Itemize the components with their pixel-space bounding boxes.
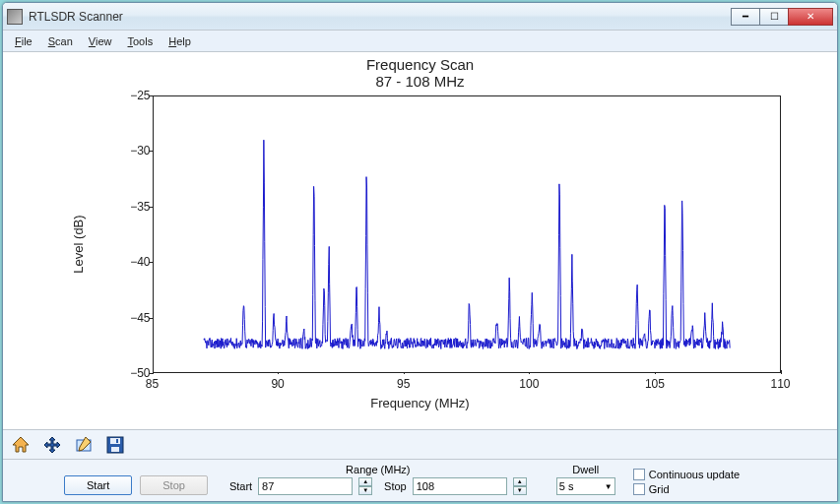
app-window: RTLSDR Scanner ━ ☐ ✕ File Scan View Tool… — [2, 2, 838, 502]
y-axis-label: Level (dB) — [70, 215, 85, 273]
spectrum-line — [154, 96, 780, 372]
menu-help[interactable]: Help — [161, 33, 199, 49]
chevron-down-icon: ▼ — [605, 482, 613, 491]
x-axis-label: Frequency (MHz) — [370, 396, 469, 410]
titlebar[interactable]: RTLSDR Scanner ━ ☐ ✕ — [3, 3, 837, 31]
window-title: RTLSDR Scanner — [29, 10, 732, 24]
icon-toolbar — [3, 429, 837, 459]
pan-icon[interactable] — [40, 433, 64, 457]
range-group: Range (MHz) Start ▲▼ Stop ▲▼ — [229, 464, 527, 495]
options-group: Continuous update Grid — [633, 469, 740, 495]
bottom-panel: Start Stop Range (MHz) Start ▲▼ Stop ▲▼ … — [3, 459, 837, 501]
menu-scan[interactable]: Scan — [40, 33, 81, 49]
start-spinner[interactable]: ▲▼ — [358, 477, 372, 495]
stop-input[interactable] — [413, 477, 507, 495]
range-header: Range (MHz) — [346, 464, 410, 475]
save-icon[interactable] — [103, 433, 127, 457]
dwell-value: 5 s — [559, 480, 574, 492]
continuous-label: Continuous update — [649, 469, 740, 480]
home-icon[interactable] — [9, 433, 32, 457]
chart-title: Frequency Scan — [15, 56, 825, 73]
minimize-button[interactable]: ━ — [731, 8, 760, 26]
chart-subtitle: 87 - 108 MHz — [15, 73, 825, 90]
start-button[interactable]: Start — [64, 475, 132, 495]
svg-marker-0 — [13, 437, 29, 452]
maximize-button[interactable]: ☐ — [759, 8, 789, 26]
stop-spinner[interactable]: ▲▼ — [513, 477, 527, 495]
dwell-header: Dwell — [572, 464, 599, 475]
window-controls: ━ ☐ ✕ — [732, 8, 833, 26]
continuous-checkbox[interactable] — [633, 469, 645, 480]
menu-view[interactable]: View — [81, 33, 120, 49]
svg-rect-5 — [116, 439, 118, 443]
svg-rect-3 — [110, 438, 120, 444]
grid-label: Grid — [649, 483, 670, 495]
menu-file[interactable]: File — [7, 33, 40, 49]
start-label: Start — [229, 480, 252, 492]
edit-icon[interactable] — [72, 433, 96, 457]
chart-area: Frequency Scan 87 - 108 MHz Level (dB) F… — [3, 52, 837, 429]
close-button[interactable]: ✕ — [788, 8, 833, 26]
stop-button[interactable]: Stop — [140, 475, 208, 495]
grid-checkbox[interactable] — [633, 483, 645, 495]
menu-tools[interactable]: Tools — [120, 33, 162, 49]
app-icon — [7, 9, 23, 25]
dwell-select[interactable]: 5 s ▼ — [556, 477, 615, 495]
svg-rect-4 — [111, 447, 119, 452]
plot-frame: Level (dB) Frequency (MHz) −25−30−35−40−… — [56, 92, 785, 397]
start-input[interactable] — [258, 477, 353, 495]
dwell-group: Dwell 5 s ▼ — [556, 464, 615, 495]
stop-label: Stop — [384, 480, 407, 492]
menubar: File Scan View Tools Help — [3, 31, 837, 52]
plot-box[interactable] — [153, 95, 781, 373]
